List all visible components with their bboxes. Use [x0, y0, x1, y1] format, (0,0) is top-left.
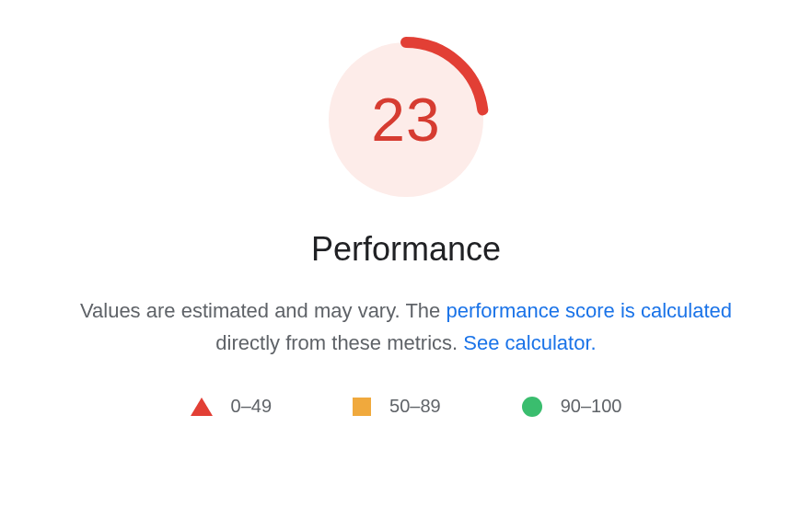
gauge-score-value: 23: [323, 37, 489, 202]
performance-gauge: 23: [323, 37, 489, 202]
legend-average-label: 50–89: [389, 396, 441, 417]
section-title: Performance: [311, 230, 501, 269]
legend-fail-label: 0–49: [231, 396, 273, 417]
score-legend: 0–49 50–89 90–100: [191, 396, 622, 417]
description-text: Values are estimated and may vary. The p…: [56, 294, 756, 359]
performance-score-link[interactable]: performance score is calculated: [446, 299, 732, 322]
legend-item-fail: 0–49: [191, 396, 273, 417]
description-middle: directly from these metrics.: [215, 331, 463, 354]
pass-circle-icon: [522, 397, 542, 417]
fail-triangle-icon: [191, 398, 213, 416]
legend-item-pass: 90–100: [522, 396, 622, 417]
see-calculator-link[interactable]: See calculator.: [463, 331, 596, 354]
legend-pass-label: 90–100: [561, 396, 622, 417]
description-prefix: Values are estimated and may vary. The: [80, 299, 446, 322]
average-square-icon: [353, 398, 371, 416]
legend-item-average: 50–89: [353, 396, 441, 417]
